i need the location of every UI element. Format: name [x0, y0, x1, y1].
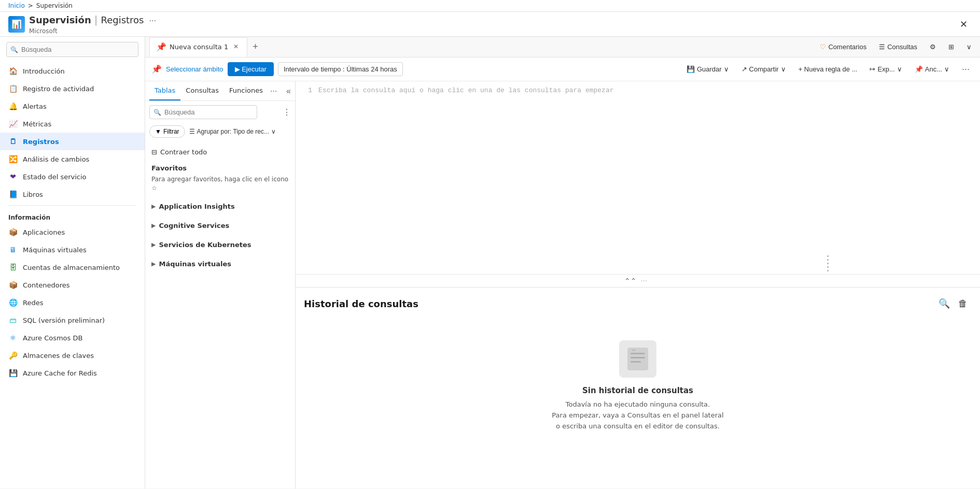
panel-drag-handle[interactable]: [825, 81, 830, 488]
sidebar-item-cosmos-db[interactable]: ⚛ Azure Cosmos DB: [0, 329, 145, 347]
sidebar-item-maquinas-virtuales[interactable]: 🖥 Máquinas virtuales: [0, 241, 145, 258]
export-icon: ↦: [870, 65, 875, 73]
sidebar-header: 🔍: [0, 37, 145, 62]
sidebar-search-icon: 🔍: [10, 46, 18, 53]
export-button[interactable]: ↦ Exp... ∨: [865, 63, 906, 75]
tab-bar-more-button[interactable]: ∨: [962, 41, 976, 53]
tab-tablas[interactable]: Tablas: [149, 81, 180, 100]
sidebar-item-label: Máquinas virtuales: [23, 246, 87, 254]
tab-nueva-consulta-1[interactable]: 📌 Nueva consulta 1 ✕: [149, 37, 247, 57]
group-application-insights-toggle[interactable]: ▶ Application Insights: [145, 199, 295, 214]
sidebar-item-label: Alertas: [23, 103, 47, 110]
sidebar-item-introduccion[interactable]: 🏠 Introducción: [0, 62, 145, 80]
keyvault-icon: 🔑: [8, 351, 18, 360]
query-toolbar: 📌 Seleccionar ámbito ▶ Ejecutar Interval…: [145, 57, 980, 81]
sidebar-item-libros[interactable]: 📘 Libros: [0, 185, 145, 203]
service-status-icon: ❤: [8, 172, 18, 181]
close-button[interactable]: ✕: [956, 17, 972, 32]
history-title: Historial de consultas: [304, 298, 934, 309]
sidebar-item-estado-servicio[interactable]: ❤ Estado del servicio: [0, 168, 145, 185]
save-button[interactable]: 💾 Guardar ∨: [682, 63, 733, 75]
groupby-label: Agrupar por: Tipo de rec...: [197, 128, 269, 135]
tables-panel: Tablas Consultas Funciones ··· « 🔍 ⋮ ▼: [145, 81, 296, 488]
sidebar-item-registro-actividad[interactable]: 📋 Registro de actividad: [0, 80, 145, 97]
svg-rect-1: [631, 353, 645, 354]
share-button[interactable]: ↗ Compartir ∨: [737, 63, 790, 75]
history-delete-button[interactable]: 🗑: [954, 296, 972, 311]
group-kubernetes-toggle[interactable]: ▶ Servicios de Kubernetes: [145, 237, 295, 252]
line-number: 1: [302, 87, 312, 94]
queries-button[interactable]: ☰ Consultas: [875, 41, 921, 53]
tab-consultas[interactable]: Consultas: [180, 81, 224, 100]
tab-close-button[interactable]: ✕: [231, 42, 241, 51]
sidebar-item-analisis-cambios[interactable]: 🔀 Análisis de cambios: [0, 150, 145, 168]
section-favoritos-hint: Para agregar favoritos, haga clic en el …: [145, 174, 295, 197]
toolbar-more-button[interactable]: ···: [958, 62, 974, 77]
editor-pane[interactable]: 1 Escriba la consulta aquí o haga clic e…: [296, 81, 980, 275]
sidebar-item-label: Azure Cosmos DB: [23, 334, 82, 342]
groupby-button[interactable]: ☰ Agrupar por: Tipo de rec... ∨: [189, 128, 276, 135]
collapse-all-label: Contraer todo: [160, 148, 207, 156]
tables-more-options-button[interactable]: ⋮: [283, 107, 291, 117]
history-empty-text: Todavía no ha ejecutado ninguna consulta…: [552, 399, 723, 432]
group-cognitive-services-toggle[interactable]: ▶ Cognitive Services: [145, 218, 295, 233]
sidebar-item-azure-cache-redis[interactable]: 💾 Azure Cache for Redis: [0, 364, 145, 382]
sidebar-item-redes[interactable]: 🌐 Redes: [0, 294, 145, 311]
svg-rect-0: [627, 348, 648, 370]
header-ellipsis-button[interactable]: ···: [147, 14, 158, 27]
tables-search-input[interactable]: [149, 105, 257, 119]
history-empty-state: Sin historial de consultas Todavía no ha…: [304, 320, 972, 452]
comments-button[interactable]: ♡ Comentarios: [816, 41, 871, 53]
history-search-button[interactable]: 🔍: [934, 296, 954, 311]
editor-placeholder-text: Escriba la consulta aquí o haga clic en …: [318, 87, 614, 94]
layout-button[interactable]: ⊞: [944, 41, 958, 53]
storage-icon: 🗄: [8, 263, 18, 272]
sidebar-item-label: Redes: [23, 299, 43, 307]
tables-tab-more-button[interactable]: ···: [270, 87, 277, 96]
sidebar-item-registros[interactable]: 🗒 Registros: [0, 133, 145, 150]
tables-search-bar: 🔍 ⋮: [145, 101, 295, 123]
scope-button[interactable]: Seleccionar ámbito: [166, 65, 223, 73]
group-label: Servicios de Kubernetes: [159, 241, 251, 249]
group-maquinas-virtuales: ▶ Máquinas virtuales: [145, 254, 295, 274]
comments-label: Comentarios: [828, 43, 866, 51]
sidebar-item-metricas[interactable]: 📈 Métricas: [0, 115, 145, 133]
time-range-button[interactable]: Intervalo de tiempo : Últimas 24 horas: [278, 62, 403, 76]
editor-resize-handle[interactable]: ⌃⌃ ···: [296, 275, 980, 287]
sidebar-item-cuentas-almacenamiento[interactable]: 🗄 Cuentas de almacenamiento: [0, 258, 145, 276]
content-area: 📌 Nueva consulta 1 ✕ + ♡ Comentarios ☰ C…: [145, 37, 980, 488]
group-label: Cognitive Services: [159, 222, 229, 229]
sidebar-item-label: Registro de actividad: [23, 85, 94, 93]
sidebar-item-alertas[interactable]: 🔔 Alertas: [0, 97, 145, 115]
apps-icon: 📦: [8, 227, 18, 237]
tables-collapse-button[interactable]: «: [286, 87, 291, 96]
tables-filter-row: ▼ Filtrar ☰ Agrupar por: Tipo de rec... …: [145, 123, 295, 142]
history-empty-title: Sin historial de consultas: [582, 386, 693, 395]
tab-bar-right: ♡ Comentarios ☰ Consultas ⚙ ⊞ ∨: [816, 41, 976, 53]
group-maquinas-virtuales-toggle[interactable]: ▶ Máquinas virtuales: [145, 256, 295, 271]
collapse-all-icon: ⊟: [151, 148, 157, 156]
share-chevron: ∨: [781, 65, 786, 73]
sidebar-item-aplicaciones[interactable]: 📦 Aplicaciones: [0, 223, 145, 241]
breadcrumb-home[interactable]: Inicio: [8, 2, 25, 9]
query-pin-icon: 📌: [151, 64, 162, 74]
collapse-arrows-icon: ⌃⌃: [624, 277, 636, 285]
tab-add-button[interactable]: +: [248, 39, 262, 54]
editor-line-1: 1 Escriba la consulta aquí o haga clic e…: [296, 85, 980, 95]
settings-button[interactable]: ⚙: [926, 41, 940, 53]
page-title-registros: Registros: [101, 15, 144, 25]
svg-rect-4: [632, 350, 636, 351]
sidebar-item-almacenes-claves[interactable]: 🔑 Almacenes de claves: [0, 347, 145, 364]
sidebar-item-contenedores[interactable]: 📦 Contenedores: [0, 276, 145, 294]
collapse-all-row[interactable]: ⊟ Contraer todo: [145, 144, 295, 160]
sidebar-search-input[interactable]: [6, 42, 138, 57]
filter-button[interactable]: ▼ Filtrar: [149, 125, 185, 138]
sidebar-item-sql[interactable]: 🗃 SQL (versión preliminar): [0, 311, 145, 329]
nav-section-info: Información: [0, 208, 145, 223]
tab-funciones[interactable]: Funciones: [224, 81, 268, 100]
group-label: Máquinas virtuales: [159, 260, 231, 268]
tab-label: Nueva consulta 1: [170, 43, 228, 51]
save-chevron: ∨: [724, 65, 729, 73]
pin-button[interactable]: 📌 Anc... ∨: [911, 63, 954, 75]
run-button[interactable]: ▶ Ejecutar: [228, 62, 274, 76]
